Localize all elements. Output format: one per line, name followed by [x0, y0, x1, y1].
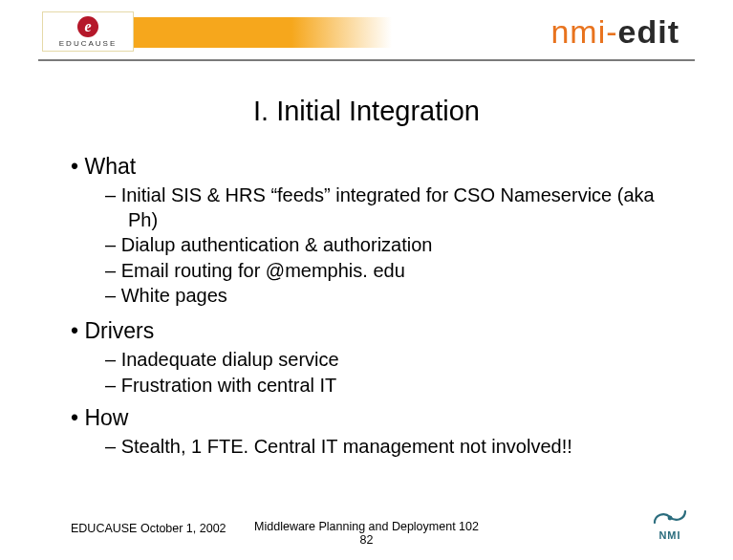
footer-left: EDUCAUSE October 1, 2002	[71, 522, 226, 535]
header-bar: e EDUCAUSE nmi-edit	[0, 0, 733, 63]
educause-e-icon: e	[77, 16, 98, 37]
header-divider	[38, 59, 695, 61]
educause-label: EDUCAUSE	[59, 39, 117, 48]
footer-center-line1: Middleware Planning and Deployment 102	[254, 520, 479, 533]
section-heading-drivers: Drivers	[71, 318, 676, 344]
list-item: Inadequate dialup service	[105, 348, 676, 373]
list-item: Frustration with central IT	[105, 374, 676, 398]
footer-center-line2: 82	[360, 533, 374, 547]
list-item: Stealth, 1 FTE. Central IT management no…	[105, 435, 676, 460]
educause-logo: e EDUCAUSE	[42, 11, 134, 52]
list-item: Dialup authentication & authorization	[105, 233, 676, 258]
section-heading-what: What	[71, 154, 676, 180]
section-heading-how: How	[71, 405, 676, 431]
content-area: What Initial SIS & HRS “feeds” integrate…	[71, 154, 676, 460]
list-item: White pages	[105, 284, 676, 309]
svg-point-0	[668, 516, 673, 521]
footer-center: Middleware Planning and Deployment 102 8…	[254, 520, 479, 547]
list-item: Email routing for @memphis. edu	[105, 259, 676, 284]
nmi-logo: NMI	[653, 509, 687, 541]
list-item: Initial SIS & HRS “feeds” integrated for…	[105, 183, 676, 232]
brand-prefix: nmi-	[550, 13, 617, 50]
slide-title: I. Initial Integration	[0, 96, 733, 127]
nmi-swirl-icon	[653, 509, 687, 527]
brand-suffix: edit	[618, 13, 679, 50]
nmi-edit-brand: nmi-edit	[550, 13, 679, 51]
nmi-text: NMI	[653, 529, 687, 541]
